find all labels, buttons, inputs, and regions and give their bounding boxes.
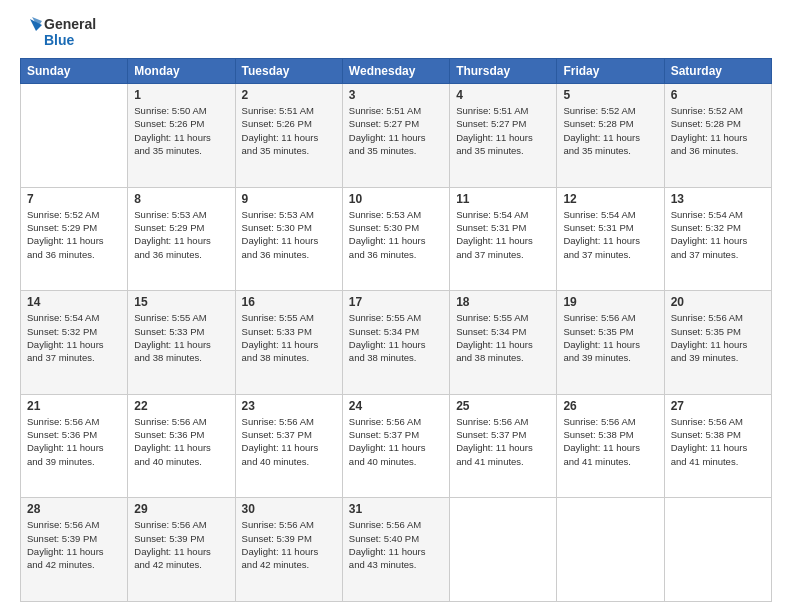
header-sunday: Sunday <box>21 59 128 84</box>
calendar-cell: 21Sunrise: 5:56 AM Sunset: 5:36 PM Dayli… <box>21 394 128 498</box>
calendar-cell: 6Sunrise: 5:52 AM Sunset: 5:28 PM Daylig… <box>664 84 771 188</box>
day-info: Sunrise: 5:56 AM Sunset: 5:35 PM Dayligh… <box>563 311 657 364</box>
calendar-cell: 12Sunrise: 5:54 AM Sunset: 5:31 PM Dayli… <box>557 187 664 291</box>
week-row-0: 1Sunrise: 5:50 AM Sunset: 5:26 PM Daylig… <box>21 84 772 188</box>
day-number: 19 <box>563 295 657 309</box>
day-number: 17 <box>349 295 443 309</box>
day-info: Sunrise: 5:52 AM Sunset: 5:29 PM Dayligh… <box>27 208 121 261</box>
day-number: 5 <box>563 88 657 102</box>
week-row-3: 21Sunrise: 5:56 AM Sunset: 5:36 PM Dayli… <box>21 394 772 498</box>
week-row-4: 28Sunrise: 5:56 AM Sunset: 5:39 PM Dayli… <box>21 498 772 602</box>
calendar-cell: 25Sunrise: 5:56 AM Sunset: 5:37 PM Dayli… <box>450 394 557 498</box>
day-number: 3 <box>349 88 443 102</box>
day-info: Sunrise: 5:56 AM Sunset: 5:37 PM Dayligh… <box>349 415 443 468</box>
day-number: 29 <box>134 502 228 516</box>
day-number: 28 <box>27 502 121 516</box>
calendar-cell: 16Sunrise: 5:55 AM Sunset: 5:33 PM Dayli… <box>235 291 342 395</box>
day-info: Sunrise: 5:54 AM Sunset: 5:31 PM Dayligh… <box>563 208 657 261</box>
day-info: Sunrise: 5:55 AM Sunset: 5:34 PM Dayligh… <box>456 311 550 364</box>
calendar-cell: 15Sunrise: 5:55 AM Sunset: 5:33 PM Dayli… <box>128 291 235 395</box>
calendar-cell: 17Sunrise: 5:55 AM Sunset: 5:34 PM Dayli… <box>342 291 449 395</box>
day-number: 20 <box>671 295 765 309</box>
logo-general: General <box>44 16 96 32</box>
day-number: 15 <box>134 295 228 309</box>
week-row-2: 14Sunrise: 5:54 AM Sunset: 5:32 PM Dayli… <box>21 291 772 395</box>
day-number: 9 <box>242 192 336 206</box>
day-info: Sunrise: 5:54 AM Sunset: 5:31 PM Dayligh… <box>456 208 550 261</box>
calendar-cell: 14Sunrise: 5:54 AM Sunset: 5:32 PM Dayli… <box>21 291 128 395</box>
day-info: Sunrise: 5:56 AM Sunset: 5:39 PM Dayligh… <box>27 518 121 571</box>
day-number: 22 <box>134 399 228 413</box>
day-info: Sunrise: 5:53 AM Sunset: 5:30 PM Dayligh… <box>242 208 336 261</box>
day-info: Sunrise: 5:56 AM Sunset: 5:40 PM Dayligh… <box>349 518 443 571</box>
calendar-table: SundayMondayTuesdayWednesdayThursdayFrid… <box>20 58 772 602</box>
header: General Blue <box>20 16 772 48</box>
calendar-cell: 28Sunrise: 5:56 AM Sunset: 5:39 PM Dayli… <box>21 498 128 602</box>
day-info: Sunrise: 5:54 AM Sunset: 5:32 PM Dayligh… <box>671 208 765 261</box>
page: General Blue SundayMondayTuesdayWednesda… <box>0 0 792 612</box>
day-info: Sunrise: 5:54 AM Sunset: 5:32 PM Dayligh… <box>27 311 121 364</box>
day-number: 2 <box>242 88 336 102</box>
day-number: 25 <box>456 399 550 413</box>
day-number: 6 <box>671 88 765 102</box>
calendar-cell <box>664 498 771 602</box>
calendar-cell: 7Sunrise: 5:52 AM Sunset: 5:29 PM Daylig… <box>21 187 128 291</box>
calendar-cell: 8Sunrise: 5:53 AM Sunset: 5:29 PM Daylig… <box>128 187 235 291</box>
calendar-cell: 10Sunrise: 5:53 AM Sunset: 5:30 PM Dayli… <box>342 187 449 291</box>
day-number: 7 <box>27 192 121 206</box>
logo-bird-icon <box>20 17 42 47</box>
day-number: 12 <box>563 192 657 206</box>
day-number: 18 <box>456 295 550 309</box>
day-number: 16 <box>242 295 336 309</box>
day-info: Sunrise: 5:55 AM Sunset: 5:34 PM Dayligh… <box>349 311 443 364</box>
day-number: 13 <box>671 192 765 206</box>
calendar-cell: 20Sunrise: 5:56 AM Sunset: 5:35 PM Dayli… <box>664 291 771 395</box>
calendar-cell: 24Sunrise: 5:56 AM Sunset: 5:37 PM Dayli… <box>342 394 449 498</box>
logo-blue: Blue <box>44 32 96 48</box>
calendar-header-row: SundayMondayTuesdayWednesdayThursdayFrid… <box>21 59 772 84</box>
day-number: 21 <box>27 399 121 413</box>
day-info: Sunrise: 5:51 AM Sunset: 5:26 PM Dayligh… <box>242 104 336 157</box>
calendar-cell: 27Sunrise: 5:56 AM Sunset: 5:38 PM Dayli… <box>664 394 771 498</box>
day-info: Sunrise: 5:56 AM Sunset: 5:37 PM Dayligh… <box>456 415 550 468</box>
calendar-cell <box>450 498 557 602</box>
day-number: 8 <box>134 192 228 206</box>
calendar-cell: 5Sunrise: 5:52 AM Sunset: 5:28 PM Daylig… <box>557 84 664 188</box>
day-number: 10 <box>349 192 443 206</box>
logo: General Blue <box>20 16 96 48</box>
week-row-1: 7Sunrise: 5:52 AM Sunset: 5:29 PM Daylig… <box>21 187 772 291</box>
calendar-cell: 22Sunrise: 5:56 AM Sunset: 5:36 PM Dayli… <box>128 394 235 498</box>
day-number: 27 <box>671 399 765 413</box>
calendar-cell: 23Sunrise: 5:56 AM Sunset: 5:37 PM Dayli… <box>235 394 342 498</box>
day-number: 4 <box>456 88 550 102</box>
day-number: 24 <box>349 399 443 413</box>
calendar-cell: 13Sunrise: 5:54 AM Sunset: 5:32 PM Dayli… <box>664 187 771 291</box>
header-friday: Friday <box>557 59 664 84</box>
day-number: 23 <box>242 399 336 413</box>
day-info: Sunrise: 5:56 AM Sunset: 5:35 PM Dayligh… <box>671 311 765 364</box>
header-wednesday: Wednesday <box>342 59 449 84</box>
calendar-cell: 26Sunrise: 5:56 AM Sunset: 5:38 PM Dayli… <box>557 394 664 498</box>
day-info: Sunrise: 5:56 AM Sunset: 5:39 PM Dayligh… <box>134 518 228 571</box>
day-info: Sunrise: 5:51 AM Sunset: 5:27 PM Dayligh… <box>349 104 443 157</box>
calendar-cell: 19Sunrise: 5:56 AM Sunset: 5:35 PM Dayli… <box>557 291 664 395</box>
day-number: 30 <box>242 502 336 516</box>
calendar-cell <box>21 84 128 188</box>
header-monday: Monday <box>128 59 235 84</box>
day-info: Sunrise: 5:55 AM Sunset: 5:33 PM Dayligh… <box>134 311 228 364</box>
calendar-cell: 1Sunrise: 5:50 AM Sunset: 5:26 PM Daylig… <box>128 84 235 188</box>
calendar-cell: 4Sunrise: 5:51 AM Sunset: 5:27 PM Daylig… <box>450 84 557 188</box>
day-info: Sunrise: 5:56 AM Sunset: 5:36 PM Dayligh… <box>134 415 228 468</box>
day-info: Sunrise: 5:50 AM Sunset: 5:26 PM Dayligh… <box>134 104 228 157</box>
calendar-cell: 29Sunrise: 5:56 AM Sunset: 5:39 PM Dayli… <box>128 498 235 602</box>
header-saturday: Saturday <box>664 59 771 84</box>
day-info: Sunrise: 5:56 AM Sunset: 5:38 PM Dayligh… <box>671 415 765 468</box>
calendar-cell: 30Sunrise: 5:56 AM Sunset: 5:39 PM Dayli… <box>235 498 342 602</box>
day-number: 31 <box>349 502 443 516</box>
day-info: Sunrise: 5:53 AM Sunset: 5:29 PM Dayligh… <box>134 208 228 261</box>
calendar-cell: 18Sunrise: 5:55 AM Sunset: 5:34 PM Dayli… <box>450 291 557 395</box>
day-number: 11 <box>456 192 550 206</box>
day-info: Sunrise: 5:55 AM Sunset: 5:33 PM Dayligh… <box>242 311 336 364</box>
day-info: Sunrise: 5:56 AM Sunset: 5:38 PM Dayligh… <box>563 415 657 468</box>
day-number: 26 <box>563 399 657 413</box>
